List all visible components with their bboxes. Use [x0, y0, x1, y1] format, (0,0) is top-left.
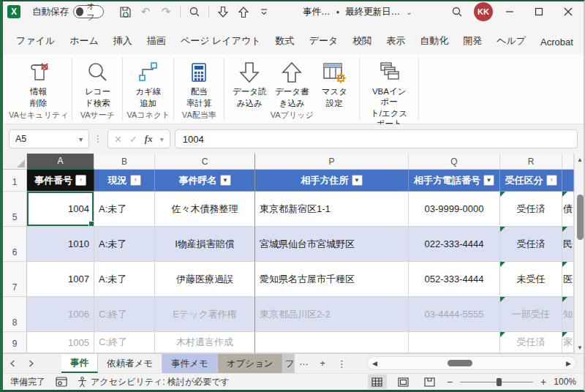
- name-box[interactable]: A5 ▾: [9, 129, 89, 148]
- row-number-7[interactable]: 7: [3, 262, 27, 297]
- ribbon-tab-Acrobat[interactable]: Acrobat: [533, 31, 581, 54]
- ribbon-tab-ホーム[interactable]: ホーム: [62, 29, 106, 54]
- data-cell[interactable]: 東京都新宿区1-1: [255, 192, 409, 227]
- data-cell[interactable]: A:未了: [94, 192, 155, 227]
- filter-dropdown-icon[interactable]: ▼: [483, 175, 494, 186]
- header-cell-事件番号[interactable]: 事件番号↑: [27, 170, 94, 192]
- scroll-up-icon[interactable]: ▲: [577, 154, 583, 165]
- sheet-tab-オプション[interactable]: オプション: [218, 354, 283, 373]
- macro-record-icon[interactable]: [56, 377, 67, 387]
- sheet-prev-icon[interactable]: [3, 354, 22, 373]
- filter-dropdown-icon[interactable]: ▼: [220, 175, 231, 186]
- zoom-in-icon[interactable]: +: [540, 376, 546, 388]
- data-cell[interactable]: 伊藤医療過誤: [155, 262, 255, 297]
- data-cell[interactable]: 木村遺言作成: [155, 332, 255, 353]
- header-cell-現況[interactable]: 現況↑: [94, 170, 155, 192]
- maximize-button[interactable]: [526, 1, 551, 22]
- data-cell[interactable]: 愛知県名古屋市千種区: [255, 262, 409, 297]
- header-cell-相手方住所[interactable]: 相手方住所▼: [255, 170, 409, 192]
- data-cell[interactable]: 民: [562, 227, 574, 262]
- data-cell[interactable]: 03-4444-5555: [409, 297, 500, 332]
- zoom-out-icon[interactable]: −: [447, 376, 453, 388]
- document-title[interactable]: 事件… ● 最終更新日… ⌄: [303, 6, 412, 18]
- data-cell[interactable]: 家: [562, 332, 574, 353]
- sheet-tab-依頼者メモ[interactable]: 依頼者メモ: [98, 354, 162, 373]
- ribbon-button-情報削除[interactable]: 情報削除: [18, 57, 60, 108]
- data-cell[interactable]: [409, 332, 500, 353]
- ribbon-tab-校閲[interactable]: 校閲: [345, 29, 379, 54]
- data-cell[interactable]: I物産損害賠償: [155, 227, 255, 262]
- data-cell[interactable]: 03-9999-0000: [409, 192, 500, 227]
- data-cell[interactable]: 知: [562, 297, 574, 332]
- data-cell[interactable]: 052-333-4444: [409, 262, 500, 297]
- ribbon-tab-VA[interactable]: VA: [581, 31, 585, 54]
- row-number-5[interactable]: 5: [3, 192, 27, 227]
- data-cell[interactable]: 受任済: [500, 192, 562, 227]
- data-cell[interactable]: 1007: [27, 262, 94, 297]
- scroll-left-icon[interactable]: ◀: [372, 360, 377, 367]
- sheet-menu-icon[interactable]: ⋮: [333, 354, 352, 373]
- ribbon-tab-ヘルプ[interactable]: ヘルプ: [489, 29, 533, 54]
- header-cell-partial[interactable]: [562, 170, 574, 192]
- data-cell[interactable]: 佐々木債務整理: [155, 192, 255, 227]
- column-header-P[interactable]: P: [255, 154, 409, 170]
- column-header-B[interactable]: B: [94, 154, 155, 170]
- data-cell[interactable]: 1004: [27, 192, 94, 227]
- ribbon-tab-開発[interactable]: 開発: [456, 29, 489, 54]
- data-cell[interactable]: 1006: [27, 297, 94, 332]
- search-icon[interactable]: [185, 3, 204, 20]
- horizontal-scrollbar[interactable]: ◀ ▶: [367, 356, 576, 370]
- row-number-1[interactable]: 1: [3, 170, 27, 192]
- confirm-entry-icon[interactable]: ✓: [129, 134, 137, 145]
- autosave-toggle[interactable]: オフ: [73, 5, 104, 18]
- ribbon-tab-ページ レイアウト[interactable]: ページ レイアウト: [173, 29, 268, 54]
- formula-bar-handle[interactable]: ⋮: [94, 134, 103, 144]
- column-header-R[interactable]: R: [500, 154, 562, 170]
- ribbon-button-データ読み込み[interactable]: データ読み込み: [228, 57, 271, 108]
- data-cell[interactable]: 東京都品川区2-2: [255, 297, 409, 332]
- header-cell-受任区分[interactable]: 受任区分↑: [500, 170, 562, 192]
- ribbon-tab-挿入[interactable]: 挿入: [106, 29, 140, 54]
- data-cell[interactable]: 受任済: [500, 227, 562, 262]
- data-cell[interactable]: 一部受任: [500, 297, 562, 332]
- data-cell[interactable]: 1005: [27, 332, 94, 353]
- ribbon-button-レコード検索[interactable]: レコード検索: [76, 57, 118, 108]
- data-cell[interactable]: 宮城県仙台市宮城野区: [255, 227, 409, 262]
- horizontal-scroll-thumb[interactable]: [448, 360, 472, 366]
- close-button[interactable]: [556, 1, 581, 22]
- sheet-more-icon[interactable]: ⋯: [295, 354, 314, 373]
- title-search-icon[interactable]: [445, 1, 469, 22]
- sheet-tab-事件[interactable]: 事件: [61, 354, 98, 373]
- zoom-level[interactable]: 100%: [554, 377, 576, 387]
- row-number-9[interactable]: 9: [3, 332, 27, 353]
- data-cell[interactable]: 債: [562, 192, 574, 227]
- data-cell[interactable]: C:終了: [94, 297, 155, 332]
- row-number-8[interactable]: 8: [3, 297, 27, 332]
- qat-data-export-icon[interactable]: [234, 3, 253, 20]
- sheet-tab-事件メモ[interactable]: 事件メモ: [162, 354, 218, 373]
- data-cell[interactable]: 022-333-4444: [409, 227, 500, 262]
- scroll-right-icon[interactable]: ▶: [566, 360, 571, 367]
- select-all-corner[interactable]: [3, 154, 27, 170]
- ribbon-tab-ファイル[interactable]: ファイル: [9, 29, 62, 54]
- column-header-Q[interactable]: Q: [409, 154, 500, 170]
- qat-overflow-icon[interactable]: [254, 3, 273, 20]
- ribbon-button-VBAインポート/エクスポート[interactable]: VBAインポート/エクスポート: [368, 57, 410, 129]
- formula-input[interactable]: 1004: [175, 129, 578, 148]
- undo-icon[interactable]: ↶: [136, 3, 155, 20]
- ribbon-button-マスタ設定[interactable]: マスタ設定: [313, 57, 355, 108]
- ribbon-tab-表示[interactable]: 表示: [379, 29, 412, 54]
- autosave-control[interactable]: 自動保存 オフ: [32, 5, 104, 18]
- cancel-entry-icon[interactable]: ✕: [114, 134, 122, 145]
- zoom-slider-thumb[interactable]: [497, 378, 502, 386]
- filter-dropdown-icon[interactable]: ▼: [352, 175, 363, 186]
- sort-filter-icon[interactable]: ↑: [546, 175, 557, 186]
- vertical-scroll-thumb[interactable]: [577, 195, 584, 240]
- qat-data-import-icon[interactable]: [214, 3, 233, 20]
- data-cell[interactable]: 受任済: [500, 332, 562, 353]
- header-cell-事件呼名[interactable]: 事件呼名▼: [155, 170, 255, 192]
- ribbon-button-データ書き込み[interactable]: データ書き込み: [271, 57, 313, 108]
- data-cell[interactable]: A:未了: [94, 262, 155, 297]
- column-header-C[interactable]: C: [155, 154, 255, 170]
- header-cell-相手方電話番号[interactable]: 相手方電話番号▼: [409, 170, 500, 192]
